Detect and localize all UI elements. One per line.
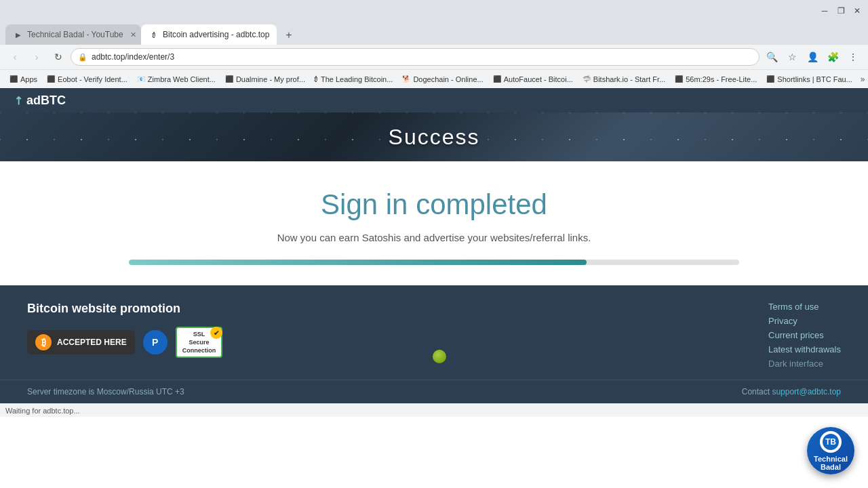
progress-bar-fill [129,260,587,265]
bitcoin-icon: ₿ [35,334,52,350]
reload-button[interactable]: ↻ [49,47,68,66]
bookmark-apps[interactable]: ⬛ Apps [5,74,41,85]
ssl-line3: Connection [182,347,216,354]
autofaucet-favicon: ⬛ [493,75,501,83]
search-icon[interactable]: 🔍 [762,47,781,66]
address-bar[interactable]: 🔒 adbtc.top/index/enter/3 [71,48,760,66]
current-prices-link[interactable]: Current prices [768,330,841,340]
tab-youtube-close[interactable]: ✕ [130,30,136,39]
adbtc-favicon: ₿ [149,30,159,39]
bookmark-shortlinks-label: Shortlinks | BTC Fau... [777,75,852,83]
bookmark-autofaucet-label: AutoFaucet - Bitcoi... [504,75,573,83]
footer: Bitcoin website promotion ₿ ACCEPTED HER… [0,285,868,380]
progress-bar [129,260,739,265]
bookmark-56m-label: 56m:29s - Free-Lite... [686,75,757,83]
badge-ssl: SSL Secure Connection ✔ [176,327,223,358]
bookmark-dogechain[interactable]: 🐕 Dogechain - Online... [398,74,487,85]
footer-badges: ₿ ACCEPTED HERE P SSL Secure Connection … [27,327,222,358]
bookmark-bitshark-label: Bitshark.io - Start Fr... [593,75,665,83]
bookmark-zimbra[interactable]: 📧 Zimbra Web Client... [133,74,220,85]
apps-favicon: ⬛ [9,75,18,83]
bookmark-autofaucet[interactable]: ⬛ AutoFaucet - Bitcoi... [489,74,577,85]
ssl-line2: Secure [189,339,209,346]
title-bar: ─ ❐ ✕ [0,0,868,22]
bookmark-leading-bitcoin-label: The Leading Bitcoin... [321,75,393,83]
avatar-logo: TB [820,431,842,453]
terms-of-use-link[interactable]: Terms of use [768,302,841,312]
bookmark-leading-bitcoin[interactable]: ₿ The Leading Bitcoin... [311,74,397,85]
logo[interactable]: ↗ adBTC [14,94,66,108]
tab-youtube-label: Technical Badal - YouTube [27,30,123,39]
accepted-here-label: ACCEPTED HERE [57,338,127,347]
bookmark-dualmine[interactable]: ⬛ Dualmine - My prof... [221,74,309,85]
page-header: ↗ adBTC [0,88,868,113]
bookmark-star-icon[interactable]: ☆ [783,47,802,66]
footer-promo-title: Bitcoin website promotion [27,302,222,316]
bottom-bar: Server timezone is Moscow/Russia UTC +3 … [0,380,868,403]
latest-withdrawals-link[interactable]: Latest withdrawals [768,344,841,354]
tab-adbtc-label: Bitcoin advertising - adbtc.top [163,30,269,39]
avatar-logo-inner: TB [823,434,839,450]
zimbra-favicon: 📧 [137,75,145,83]
sign-in-title: Sign in completed [321,188,547,221]
close-button[interactable]: ✕ [852,5,863,16]
eobot-favicon: ⬛ [47,75,55,83]
status-text: Waiting for adbtc.top... [5,407,80,415]
footer-left: Bitcoin website promotion ₿ ACCEPTED HER… [27,302,222,358]
bitshark-favicon: 🦈 [583,75,591,83]
minimize-button[interactable]: ─ [819,5,830,16]
bookmark-shortlinks[interactable]: ⬛ Shortlinks | BTC Fau... [762,74,856,85]
bookmark-apps-label: Apps [20,75,37,83]
avatar-name: Technical Badal [807,455,854,471]
address-text: adbtc.top/index/enter/3 [92,52,174,62]
56m-favicon: ⬛ [675,75,683,83]
contact-section: Contact support@adbtc.top [742,387,841,396]
tab-adbtc-close[interactable]: ✕ [276,30,277,39]
bookmark-eobot[interactable]: ⬛ Eobot - Verify Ident... [43,74,132,85]
extension-icon[interactable]: 🧩 [823,47,842,66]
shortlinks-favicon: ⬛ [766,75,774,83]
hero-banner: Success [0,113,868,161]
sign-in-subtitle: Now you can earn Satoshis and advertise … [277,232,591,243]
profile-icon[interactable]: 👤 [803,47,822,66]
privacy-link[interactable]: Privacy [768,316,841,326]
dark-interface-link[interactable]: Dark interface [768,359,841,369]
back-button[interactable]: ‹ [5,47,24,66]
avatar-initials: TB [825,437,836,447]
bookmark-dualmine-label: Dualmine - My prof... [236,75,305,83]
bookmark-zimbra-label: Zimbra Web Client... [148,75,216,83]
youtube-favicon: ▶ [14,30,23,39]
hero-title: Success [389,125,480,150]
dogechain-favicon: 🐕 [402,75,410,83]
menu-icon[interactable]: ⋮ [844,47,863,66]
tabs-bar: ▶ Technical Badal - YouTube ✕ ₿ Bitcoin … [0,22,868,45]
badge-accepted-here: ₿ ACCEPTED HERE [27,330,135,354]
ssl-line1: SSL [193,331,205,338]
payeer-label: P [152,337,158,348]
forward-button[interactable]: › [27,47,46,66]
main-content: Sign in completed Now you can earn Satos… [0,161,868,285]
bookmark-56m[interactable]: ⬛ 56m:29s - Free-Lite... [671,74,761,85]
nav-icons: 🔍 ☆ 👤 🧩 ⋮ [762,47,863,66]
footer-links: Terms of use Privacy Current prices Late… [768,302,841,369]
logo-text-label: adBTC [26,94,66,108]
contact-prefix: Contact [742,387,770,396]
new-tab-button[interactable]: + [279,26,298,45]
timezone-text: Server timezone is Moscow/Russia UTC +3 [27,387,184,396]
lock-icon: 🔒 [78,53,87,62]
maximize-button[interactable]: ❐ [835,5,846,16]
logo-arrow-icon: ↗ [10,93,26,108]
browser-chrome: ─ ❐ ✕ ▶ Technical Badal - YouTube ✕ ₿ Bi… [0,0,868,88]
bookmarks-more-button[interactable]: » [858,73,868,85]
contact-email[interactable]: support@adbtc.top [772,387,841,396]
bookmark-bitshark[interactable]: 🦈 Bitshark.io - Start Fr... [578,74,669,85]
floating-avatar[interactable]: TB Technical Badal [807,427,854,474]
tab-youtube[interactable]: ▶ Technical Badal - YouTube ✕ [5,24,141,45]
bookmark-dogechain-label: Dogechain - Online... [413,75,483,83]
status-bar: Waiting for adbtc.top... [0,403,868,417]
dualmine-favicon: ⬛ [225,75,233,83]
leading-bitcoin-favicon: ₿ [315,75,318,83]
badge-payeer: P [143,330,167,354]
loading-cursor [433,350,446,363]
tab-adbtc[interactable]: ₿ Bitcoin advertising - adbtc.top ✕ [141,24,277,45]
